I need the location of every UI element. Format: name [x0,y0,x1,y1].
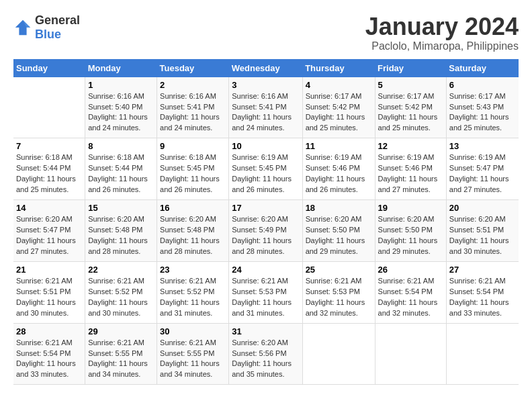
calendar-cell: 16Sunrise: 6:20 AMSunset: 5:48 PMDayligh… [157,200,229,262]
calendar-cell: 27Sunrise: 6:21 AMSunset: 5:54 PMDayligh… [446,261,519,323]
calendar-cell: 14Sunrise: 6:20 AMSunset: 5:47 PMDayligh… [13,200,85,262]
day-of-week-header: Tuesday [157,59,229,77]
day-info: Sunrise: 6:20 AMSunset: 5:51 PMDaylight:… [449,214,516,257]
calendar-header-row: SundayMondayTuesdayWednesdayThursdayFrid… [13,59,519,77]
calendar-cell: 3Sunrise: 6:16 AMSunset: 5:41 PMDaylight… [229,77,302,138]
day-info: Sunrise: 6:18 AMSunset: 5:44 PMDaylight:… [88,152,154,195]
calendar-cell: 28Sunrise: 6:21 AMSunset: 5:54 PMDayligh… [13,323,85,385]
calendar-cell [302,323,375,385]
logo: General Blue [13,13,80,42]
calendar-cell: 19Sunrise: 6:20 AMSunset: 5:50 PMDayligh… [375,200,446,262]
calendar-week-row: 1Sunrise: 6:16 AMSunset: 5:40 PMDaylight… [13,77,519,138]
day-number: 26 [378,265,443,275]
calendar-cell: 2Sunrise: 6:16 AMSunset: 5:41 PMDaylight… [157,77,229,138]
day-info: Sunrise: 6:20 AMSunset: 5:48 PMDaylight:… [160,214,226,257]
calendar-cell: 9Sunrise: 6:18 AMSunset: 5:45 PMDaylight… [157,138,229,200]
day-number: 31 [232,326,299,336]
day-info: Sunrise: 6:17 AMSunset: 5:42 PMDaylight:… [306,91,372,134]
day-number: 18 [306,203,372,213]
day-info: Sunrise: 6:20 AMSunset: 5:48 PMDaylight:… [88,214,154,257]
calendar-cell: 30Sunrise: 6:21 AMSunset: 5:55 PMDayligh… [157,323,229,385]
calendar-cell: 5Sunrise: 6:17 AMSunset: 5:42 PMDaylight… [375,77,446,138]
day-number: 23 [160,265,226,275]
calendar-cell: 18Sunrise: 6:20 AMSunset: 5:50 PMDayligh… [302,200,375,262]
day-info: Sunrise: 6:17 AMSunset: 5:43 PMDaylight:… [449,91,516,134]
day-of-week-header: Friday [375,59,446,77]
day-number: 24 [232,265,299,275]
day-of-week-header: Monday [85,59,157,77]
calendar-cell: 21Sunrise: 6:21 AMSunset: 5:51 PMDayligh… [13,261,85,323]
calendar-cell: 4Sunrise: 6:17 AMSunset: 5:42 PMDaylight… [302,77,375,138]
day-of-week-header: Sunday [13,59,85,77]
day-info: Sunrise: 6:20 AMSunset: 5:50 PMDaylight:… [378,214,443,257]
day-info: Sunrise: 6:21 AMSunset: 5:52 PMDaylight:… [88,276,154,319]
calendar-cell: 24Sunrise: 6:21 AMSunset: 5:53 PMDayligh… [229,261,302,323]
calendar-cell: 10Sunrise: 6:19 AMSunset: 5:45 PMDayligh… [229,138,302,200]
day-info: Sunrise: 6:19 AMSunset: 5:46 PMDaylight:… [306,152,372,195]
day-of-week-header: Thursday [302,59,375,77]
day-number: 4 [306,80,372,90]
day-number: 9 [160,141,226,151]
calendar-cell: 22Sunrise: 6:21 AMSunset: 5:52 PMDayligh… [85,261,157,323]
day-info: Sunrise: 6:21 AMSunset: 5:54 PMDaylight:… [378,276,443,319]
calendar-cell: 26Sunrise: 6:21 AMSunset: 5:54 PMDayligh… [375,261,446,323]
day-info: Sunrise: 6:19 AMSunset: 5:45 PMDaylight:… [232,152,299,195]
day-info: Sunrise: 6:16 AMSunset: 5:40 PMDaylight:… [88,91,154,134]
calendar-week-row: 14Sunrise: 6:20 AMSunset: 5:47 PMDayligh… [13,200,519,262]
day-info: Sunrise: 6:21 AMSunset: 5:54 PMDaylight:… [449,276,516,319]
calendar-week-row: 21Sunrise: 6:21 AMSunset: 5:51 PMDayligh… [13,261,519,323]
day-info: Sunrise: 6:20 AMSunset: 5:47 PMDaylight:… [16,214,82,257]
calendar-cell: 25Sunrise: 6:21 AMSunset: 5:53 PMDayligh… [302,261,375,323]
location-title: Paclolo, Mimaropa, Philippines [365,40,519,52]
day-info: Sunrise: 6:18 AMSunset: 5:44 PMDaylight:… [16,152,82,195]
day-number: 1 [88,80,154,90]
day-number: 20 [449,203,516,213]
day-number: 19 [378,203,443,213]
day-info: Sunrise: 6:20 AMSunset: 5:49 PMDaylight:… [232,214,299,257]
day-number: 13 [449,141,516,151]
day-number: 14 [16,203,82,213]
calendar-cell: 23Sunrise: 6:21 AMSunset: 5:52 PMDayligh… [157,261,229,323]
day-info: Sunrise: 6:21 AMSunset: 5:55 PMDaylight:… [160,338,226,381]
day-number: 5 [378,80,443,90]
day-number: 3 [232,80,299,90]
day-of-week-header: Wednesday [229,59,302,77]
logo-general-text: General [35,13,80,27]
day-number: 28 [16,326,82,336]
day-number: 11 [306,141,372,151]
month-title: January 2024 [365,13,519,40]
calendar-week-row: 28Sunrise: 6:21 AMSunset: 5:54 PMDayligh… [13,323,519,385]
day-number: 12 [378,141,443,151]
calendar-cell: 17Sunrise: 6:20 AMSunset: 5:49 PMDayligh… [229,200,302,262]
day-info: Sunrise: 6:16 AMSunset: 5:41 PMDaylight:… [160,91,226,134]
day-number: 29 [88,326,154,336]
day-of-week-header: Saturday [446,59,519,77]
day-info: Sunrise: 6:17 AMSunset: 5:42 PMDaylight:… [378,91,443,134]
calendar-cell [446,323,519,385]
calendar-cell [13,77,85,138]
day-info: Sunrise: 6:16 AMSunset: 5:41 PMDaylight:… [232,91,299,134]
day-number: 16 [160,203,226,213]
day-number: 7 [16,141,82,151]
day-number: 15 [88,203,154,213]
calendar-cell: 31Sunrise: 6:20 AMSunset: 5:56 PMDayligh… [229,323,302,385]
day-info: Sunrise: 6:18 AMSunset: 5:45 PMDaylight:… [160,152,226,195]
calendar-cell: 20Sunrise: 6:20 AMSunset: 5:51 PMDayligh… [446,200,519,262]
calendar-cell: 7Sunrise: 6:18 AMSunset: 5:44 PMDaylight… [13,138,85,200]
day-info: Sunrise: 6:21 AMSunset: 5:55 PMDaylight:… [88,338,154,381]
page-header: General Blue January 2024 Paclolo, Mimar… [13,13,519,52]
day-info: Sunrise: 6:19 AMSunset: 5:47 PMDaylight:… [449,152,516,195]
day-number: 21 [16,265,82,275]
calendar-cell: 11Sunrise: 6:19 AMSunset: 5:46 PMDayligh… [302,138,375,200]
day-info: Sunrise: 6:21 AMSunset: 5:52 PMDaylight:… [160,276,226,319]
day-info: Sunrise: 6:21 AMSunset: 5:53 PMDaylight:… [232,276,299,319]
day-info: Sunrise: 6:19 AMSunset: 5:46 PMDaylight:… [378,152,443,195]
day-number: 17 [232,203,299,213]
day-number: 27 [449,265,516,275]
day-info: Sunrise: 6:20 AMSunset: 5:50 PMDaylight:… [306,214,372,257]
title-section: January 2024 Paclolo, Mimaropa, Philippi… [365,13,519,52]
day-number: 10 [232,141,299,151]
calendar-cell: 8Sunrise: 6:18 AMSunset: 5:44 PMDaylight… [85,138,157,200]
day-info: Sunrise: 6:21 AMSunset: 5:51 PMDaylight:… [16,276,82,319]
day-number: 2 [160,80,226,90]
